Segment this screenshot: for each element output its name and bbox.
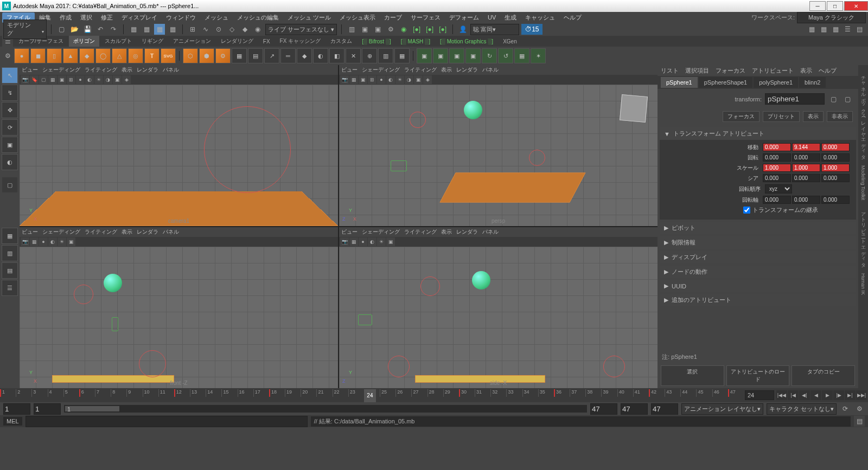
timeline-tick[interactable]: 26 — [395, 389, 403, 397]
timeline-tick[interactable]: 16 — [238, 389, 245, 397]
ae-menu-selected[interactable]: 選択項目 — [685, 67, 709, 75]
camera-select-icon[interactable]: 📷 — [340, 75, 349, 84]
viewport-front[interactable]: ビューシェーディングライティング表示レンダラパネル 📷▦●◐☀▣ YX fron… — [20, 227, 338, 388]
shelf-tab-bifrost[interactable]: [░ Bifrost ░] — [358, 37, 395, 46]
hypershade-icon[interactable]: ◉ — [398, 24, 409, 35]
isolate-icon[interactable]: ▣ — [113, 75, 122, 84]
viewport-side[interactable]: ビューシェーディングライティング表示レンダラパネル 📷▦●◐☀▣ YZ side… — [339, 227, 658, 388]
construction-history-icon[interactable]: ▥ — [346, 24, 357, 35]
camera-select-icon[interactable]: 📷 — [21, 75, 29, 84]
step-forward-button[interactable]: |▶ — [833, 390, 844, 400]
snap-plane-icon[interactable]: ◇ — [226, 24, 237, 35]
graph-editor-icon[interactable]: ▣ — [449, 48, 464, 63]
time-slider[interactable]: 1234567891011121314151617181920212223242… — [0, 388, 868, 402]
ae-menu-focus[interactable]: フォーカス — [716, 67, 745, 75]
shear-y-field[interactable] — [792, 174, 820, 182]
autokey-icon[interactable]: ⟳ — [840, 403, 851, 414]
rotate-z-field[interactable] — [821, 153, 850, 162]
toggle-channel-box-icon[interactable]: ▤ — [854, 24, 865, 35]
step-back-button[interactable]: ◀| — [799, 390, 810, 400]
lasso-tool[interactable]: ↯ — [2, 85, 18, 101]
axis-z-field[interactable] — [821, 196, 850, 204]
maximize-button[interactable]: □ — [827, 1, 843, 11]
select-object-icon[interactable]: ▦ — [154, 24, 165, 35]
shelf-tab-animation[interactable]: アニメーション — [169, 36, 215, 47]
xray-icon[interactable]: ◈ — [122, 75, 131, 84]
isolate-icon[interactable]: ▣ — [414, 75, 423, 84]
copy-tab-button[interactable]: タブのコピー — [792, 365, 855, 386]
toggle-humanik-icon[interactable]: ▦ — [818, 24, 829, 35]
rotate-order-dropdown[interactable]: xyz — [765, 184, 792, 194]
vp-menu-view[interactable]: ビュー — [22, 228, 38, 236]
shadows-icon[interactable]: ◑ — [405, 75, 413, 84]
current-frame-field[interactable]: 24 — [745, 390, 774, 400]
timeline-tick[interactable]: 7 — [95, 389, 99, 397]
vp-menu-renderer[interactable]: レンダラ — [456, 66, 478, 74]
vp-menu-panels[interactable]: パネル — [482, 228, 499, 236]
content-browser-icon[interactable]: ▣ — [417, 48, 432, 63]
psphere1-object[interactable] — [464, 101, 482, 119]
range-slider-track[interactable]: 1 — [64, 405, 587, 413]
snap-grid-icon[interactable]: ⊞ — [187, 24, 198, 35]
menu-select[interactable]: 選択 — [76, 12, 97, 23]
poly-plane-icon[interactable]: ◆ — [79, 48, 94, 63]
poly-separate-icon[interactable]: ▤ — [248, 48, 263, 63]
translate-y-field[interactable] — [792, 143, 820, 151]
snap-view-icon[interactable]: ◉ — [252, 24, 263, 35]
rtab-attribute-editor[interactable]: アトリビュート エディタ — [859, 205, 868, 268]
vp-menu-shading[interactable]: シェーディング — [42, 66, 80, 74]
timeline-tick[interactable]: 1 — [0, 389, 5, 397]
open-scene-icon[interactable]: 📂 — [69, 24, 80, 35]
shelf-tab-fxcache[interactable]: FX キャッシング — [276, 36, 326, 47]
display-section[interactable]: ▶ ディスプレイ — [660, 251, 856, 263]
timeline-tick[interactable]: 41 — [633, 389, 640, 397]
menu-meshdisplay[interactable]: メッシュ表示 — [335, 12, 380, 23]
shadows-icon[interactable]: ◑ — [104, 75, 112, 84]
vp-menu-lighting[interactable]: ライティング — [404, 66, 437, 74]
wireframe-icon[interactable]: ⊞ — [368, 75, 376, 84]
shelf-tab-rendering[interactable]: レンダリング — [216, 36, 258, 47]
vp-menu-lighting[interactable]: ライティング — [85, 228, 117, 236]
isolate-icon[interactable]: ▣ — [386, 237, 395, 246]
render-view-icon[interactable]: [●] — [411, 24, 422, 35]
vp-menu-show[interactable]: 表示 — [441, 228, 452, 236]
shelf-tab-mash[interactable]: [░ MASH ░] — [397, 37, 435, 46]
vp-menu-view[interactable]: ビュー — [341, 228, 358, 236]
timeline-tick[interactable]: 14 — [206, 389, 213, 397]
poly-svg-icon[interactable]: SVG — [161, 48, 176, 63]
snap-live-icon[interactable]: ◆ — [239, 24, 250, 35]
shelf-tab-rigging[interactable]: リギング — [137, 36, 168, 47]
timeline-tick[interactable]: 21 — [316, 389, 323, 397]
timeline-tick[interactable]: 22 — [333, 389, 340, 397]
timeline-tick[interactable]: 46 — [712, 389, 719, 397]
scale-tool[interactable]: ▣ — [2, 137, 18, 153]
goto-end-button[interactable]: ▶▶| — [856, 390, 867, 400]
translate-x-field[interactable] — [763, 143, 791, 151]
uv-editor-icon[interactable]: ▦ — [514, 48, 529, 63]
shelf-tab-fx[interactable]: FX — [259, 37, 275, 46]
close-button[interactable]: ✕ — [844, 1, 868, 11]
vp-menu-show[interactable]: 表示 — [441, 66, 452, 74]
save-scene-icon[interactable]: 💾 — [82, 24, 93, 35]
move-tool[interactable]: ✥ — [2, 102, 18, 118]
shaded-icon[interactable]: ● — [76, 75, 85, 84]
node-editor-icon[interactable]: ↺ — [498, 48, 513, 63]
vp-menu-renderer[interactable]: レンダラ — [137, 66, 158, 74]
menuset-dropdown[interactable]: モデリング — [3, 20, 47, 39]
timeline-tick[interactable]: 15 — [221, 389, 228, 397]
textured-icon[interactable]: ◐ — [48, 237, 57, 246]
node-behavior-section[interactable]: ▶ ノードの動作 — [660, 266, 856, 278]
poly-sphere-icon[interactable]: ● — [14, 48, 29, 63]
camera-select-icon[interactable]: 📷 — [340, 237, 349, 246]
shelf-tab-custom[interactable]: カスタム — [326, 36, 356, 47]
menu-create[interactable]: 作成 — [55, 12, 76, 23]
timeline-tick[interactable]: 12 — [174, 389, 182, 397]
account-dropdown[interactable]: 聡 富岡 ▾ — [470, 24, 519, 35]
wireframe-icon[interactable]: ⊞ — [67, 75, 75, 84]
timeline-tick[interactable]: 44 — [680, 389, 687, 397]
ae-menu-list[interactable]: リスト — [661, 67, 679, 75]
shaded-icon[interactable]: ● — [377, 75, 386, 84]
poly-pyramid-icon[interactable]: △ — [112, 48, 127, 63]
light-editor-icon[interactable]: [●] — [424, 24, 435, 35]
rotate-tool[interactable]: ⟳ — [2, 119, 18, 136]
